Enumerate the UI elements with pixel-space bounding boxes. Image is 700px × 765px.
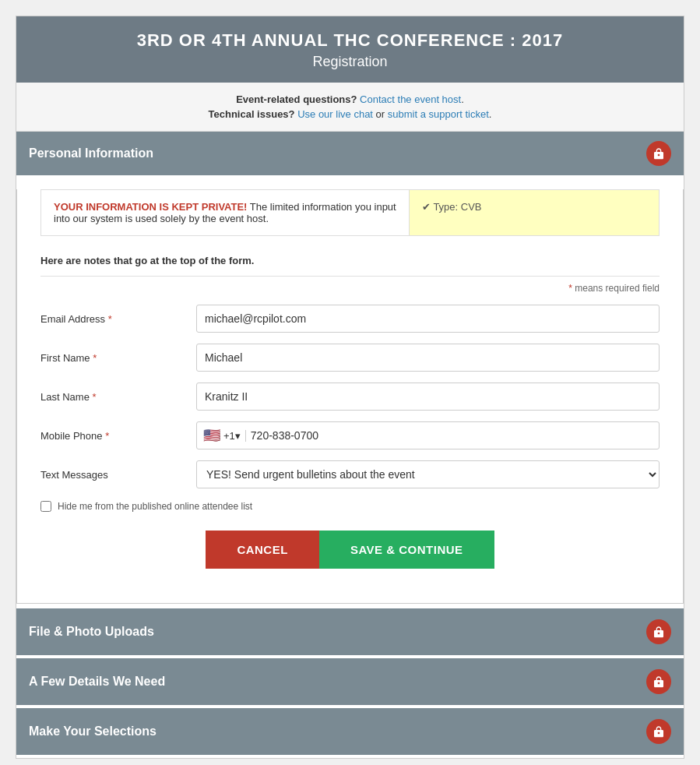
type-label: ✔ Type: CVB bbox=[422, 201, 482, 213]
private-notice-left: YOUR INFORMATION IS KEPT PRIVATE! The li… bbox=[41, 190, 410, 235]
tech-issues-label: Technical issues? bbox=[209, 108, 295, 120]
email-row: Email Address * bbox=[40, 305, 660, 333]
event-questions-line: Event-related questions? Contact the eve… bbox=[32, 93, 668, 105]
details-section: A Few Details We Need bbox=[16, 658, 684, 705]
selections-header[interactable]: Make Your Selections bbox=[16, 708, 684, 755]
live-chat-link[interactable]: Use our live chat bbox=[297, 108, 373, 120]
lock-icon bbox=[646, 141, 671, 166]
personal-info-section-header: Personal Information bbox=[16, 132, 684, 175]
button-row: CANCEL SAVE & CONTINUE bbox=[40, 531, 660, 569]
contact-event-host-link[interactable]: Contact the event host bbox=[360, 93, 461, 105]
hide-checkbox[interactable] bbox=[40, 501, 51, 512]
phone-flag: 🇺🇸 bbox=[203, 427, 220, 444]
required-note: * means required field bbox=[40, 283, 660, 294]
phone-code: +1▾ bbox=[223, 430, 246, 442]
firstname-row: First Name * bbox=[40, 344, 660, 372]
hide-checkbox-row: Hide me from the published online attend… bbox=[40, 501, 660, 512]
details-header[interactable]: A Few Details We Need bbox=[16, 658, 684, 705]
save-continue-button[interactable]: SAVE & CONTINUE bbox=[319, 531, 494, 569]
phone-row: Mobile Phone * 🇺🇸 +1▾ bbox=[40, 421, 660, 449]
email-input[interactable] bbox=[196, 305, 660, 333]
phone-label: Mobile Phone * bbox=[40, 430, 196, 442]
selections-section: Make Your Selections bbox=[16, 708, 684, 755]
page-header: 3RD OR 4TH ANNUAL THC CONFERENCE : 2017 … bbox=[16, 16, 684, 83]
details-title: A Few Details We Need bbox=[29, 675, 165, 689]
file-uploads-section: File & Photo Uploads bbox=[16, 608, 684, 655]
page-subtitle: Registration bbox=[32, 54, 668, 70]
hide-checkbox-label: Hide me from the published online attend… bbox=[58, 501, 252, 512]
details-lock-icon bbox=[646, 669, 671, 694]
phone-wrapper: 🇺🇸 +1▾ bbox=[196, 421, 660, 449]
text-messages-row: Text Messages YES! Send urgent bulletins… bbox=[40, 460, 660, 488]
cancel-button[interactable]: CANCEL bbox=[206, 531, 319, 569]
event-questions-label: Event-related questions? bbox=[236, 93, 357, 105]
selections-lock-icon bbox=[646, 719, 671, 744]
lastname-label: Last Name * bbox=[40, 391, 196, 403]
tech-issues-line: Technical issues? Use our live chat or s… bbox=[32, 108, 668, 120]
email-label: Email Address * bbox=[40, 313, 196, 325]
page-title: 3RD OR 4TH ANNUAL THC CONFERENCE : 2017 bbox=[32, 30, 668, 51]
personal-info-title: Personal Information bbox=[29, 146, 153, 160]
phone-input[interactable] bbox=[251, 429, 653, 442]
or-text: or bbox=[376, 108, 385, 120]
form-notes: Here are notes that go at the top of the… bbox=[40, 249, 660, 277]
firstname-input[interactable] bbox=[196, 344, 660, 372]
required-note-text: means required field bbox=[575, 283, 660, 294]
support-ticket-link[interactable]: submit a support ticket bbox=[388, 108, 489, 120]
private-notice-right: ✔ Type: CVB bbox=[410, 190, 659, 235]
file-uploads-title: File & Photo Uploads bbox=[29, 625, 154, 639]
file-uploads-lock-icon bbox=[646, 619, 671, 644]
file-uploads-header[interactable]: File & Photo Uploads bbox=[16, 608, 684, 655]
lastname-input[interactable] bbox=[196, 382, 660, 411]
lastname-row: Last Name * bbox=[40, 382, 660, 411]
selections-title: Make Your Selections bbox=[29, 724, 157, 739]
page-container: 3RD OR 4TH ANNUAL THC CONFERENCE : 2017 … bbox=[16, 16, 684, 759]
private-bold-text: YOUR INFORMATION IS KEPT PRIVATE! bbox=[54, 201, 247, 213]
text-messages-select[interactable]: YES! Send urgent bulletins about the eve… bbox=[196, 460, 660, 488]
personal-info-form: YOUR INFORMATION IS KEPT PRIVATE! The li… bbox=[16, 189, 684, 604]
private-notice: YOUR INFORMATION IS KEPT PRIVATE! The li… bbox=[40, 189, 660, 236]
firstname-label: First Name * bbox=[40, 352, 196, 364]
info-bar: Event-related questions? Contact the eve… bbox=[16, 83, 684, 132]
text-messages-label: Text Messages bbox=[40, 469, 196, 481]
